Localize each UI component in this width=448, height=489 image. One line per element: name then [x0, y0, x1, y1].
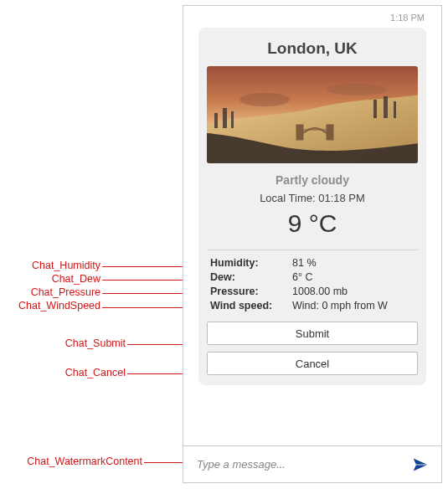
card-title: London, UK	[207, 36, 418, 66]
svg-rect-7	[296, 125, 303, 140]
svg-rect-5	[384, 96, 388, 118]
svg-rect-2	[223, 108, 227, 128]
windspeed-value: Wind: 0 mph from W	[292, 300, 415, 311]
svg-rect-6	[394, 101, 396, 118]
send-icon	[412, 456, 429, 473]
pressure-value: 1008.00 mb	[292, 286, 415, 297]
chat-input-bar	[183, 445, 441, 482]
annotation-windspeed: Chat_WindSpeed	[0, 300, 100, 311]
humidity-value: 81 %	[292, 257, 415, 269]
svg-point-10	[239, 93, 290, 106]
message-timestamp: 1:18 PM	[198, 11, 426, 28]
chat-widget: 1:18 PM London, UK	[183, 5, 442, 483]
message-input[interactable]	[195, 457, 411, 471]
local-time: Local Time: 01:18 PM	[207, 187, 418, 204]
annotation-cancel: Chat_Cancel	[0, 367, 126, 378]
send-button[interactable]	[411, 456, 430, 474]
annotation-watermark: Chat_WatermarkContent	[0, 456, 142, 467]
weather-details: Humidity: 81 % Dew: 6° C Pressure: 1008.…	[207, 257, 418, 311]
svg-rect-1	[214, 113, 218, 128]
annotation-dew: Chat_Dew	[0, 273, 100, 285]
annotation-humidity: Chat_Humidity	[0, 260, 100, 271]
weather-card: London, UK	[198, 28, 426, 385]
card-hero-image	[207, 66, 418, 163]
humidity-label: Humidity:	[210, 257, 287, 269]
annotation-submit: Chat_Submit	[0, 337, 126, 349]
weather-condition: Partly cloudy	[207, 163, 418, 187]
dew-label: Dew:	[210, 271, 287, 283]
submit-button[interactable]: Submit	[207, 322, 418, 345]
dew-value: 6° C	[292, 271, 415, 283]
annotation-pressure: Chat_Pressure	[0, 286, 100, 298]
pressure-label: Pressure:	[210, 286, 287, 297]
card-actions: Submit Cancel	[207, 311, 418, 375]
temperature: 9 °C	[207, 204, 418, 246]
svg-point-11	[327, 84, 387, 95]
cancel-button[interactable]: Cancel	[207, 352, 418, 375]
chat-messages: 1:18 PM London, UK	[183, 6, 441, 445]
svg-rect-8	[327, 125, 333, 140]
windspeed-label: Wind speed:	[210, 300, 287, 311]
svg-rect-4	[373, 100, 377, 118]
divider	[207, 250, 418, 250]
svg-rect-3	[231, 111, 234, 128]
